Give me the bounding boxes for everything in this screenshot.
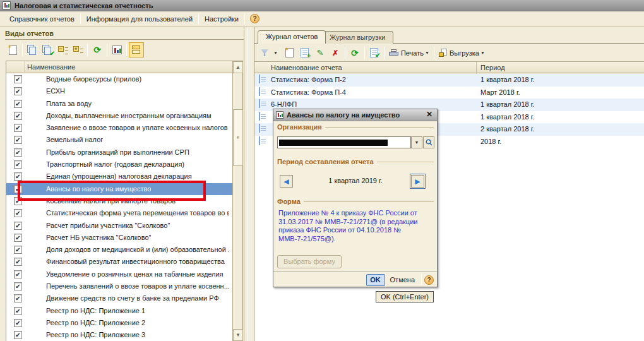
list-item[interactable]: ✔ Уведомление о розничных ценах на табач… <box>6 268 232 280</box>
magnifier-icon <box>426 139 432 146</box>
table-row[interactable]: Статистика: Форма П-2 1 квартал 2018 г. <box>254 74 644 87</box>
new-report-icon[interactable]: ✶ <box>282 45 297 61</box>
print-button[interactable]: Печать ▼ <box>386 48 432 58</box>
row-checkbox[interactable]: ✔ <box>14 294 22 302</box>
form-description-line: Приложение № 4 к приказу ФНС России от <box>278 209 434 218</box>
list-item[interactable]: ✔ Плата за воду <box>6 98 232 110</box>
select-form-button[interactable]: Выбрать форму <box>277 255 342 268</box>
panel-splitter-line <box>251 27 251 341</box>
report-type-name: Косвенные налоги при импорте товаров <box>46 197 176 205</box>
list-item[interactable]: ✔ Движение средств по счету в банке за п… <box>6 292 232 304</box>
report-period: 1 квартал 2018 г. <box>480 113 534 121</box>
new-document-icon[interactable]: ✶ <box>5 42 20 57</box>
previous-period-icon[interactable]: ◀ <box>280 175 293 188</box>
list-item[interactable]: ✔ Расчет НБ участника "Сколково" <box>6 232 232 244</box>
row-checkbox[interactable]: ✔ <box>14 197 22 205</box>
dialog-help-icon[interactable]: ? <box>424 275 434 285</box>
list-scrollbar[interactable]: ▲ ▼ <box>232 61 242 341</box>
list-item[interactable]: ✔ Транспортный налог (годовая декларация… <box>6 159 232 170</box>
copy-report-icon[interactable]: + <box>297 45 313 61</box>
row-checkbox[interactable]: ✔ <box>14 136 22 144</box>
filter-icon[interactable] <box>257 45 272 61</box>
row-checkbox[interactable]: ✔ <box>14 222 22 230</box>
list-item[interactable]: ✔ Авансы по налогу на имущество <box>6 183 232 195</box>
list-item[interactable]: ✔ Расчет прибыли участника "Сколково" <box>6 220 232 232</box>
next-period-icon[interactable]: ▶ <box>411 175 424 188</box>
filter-dropdown-icon[interactable]: ▼ <box>273 51 278 55</box>
organization-field[interactable] <box>277 136 411 148</box>
print-dropdown-icon: ▼ <box>425 51 429 55</box>
tab-report-journal[interactable]: Журнал отчетов <box>258 30 326 44</box>
edit-icon[interactable]: ✎ <box>313 45 328 61</box>
organization-search-icon[interactable] <box>423 136 434 148</box>
cancel-button[interactable]: Отмена <box>385 274 420 286</box>
refresh-icon[interactable]: ⟳ <box>90 42 105 57</box>
menu-report-directory[interactable]: Справочник отчетов <box>4 13 80 25</box>
scroll-down-icon[interactable]: ▼ <box>233 329 243 341</box>
row-checkbox[interactable]: ✔ <box>14 331 22 339</box>
row-checkbox[interactable]: ✔ <box>14 160 22 169</box>
row-checkbox[interactable]: ✔ <box>14 75 22 83</box>
mark-list-icon[interactable]: ✔ <box>40 42 55 57</box>
report-app-icon <box>3 1 11 9</box>
list-item[interactable]: ✔ Земельный налог <box>6 134 232 146</box>
menu-user-information[interactable]: Информация для пользователей <box>81 13 198 25</box>
list-item[interactable]: ✔ Доходы, выплаченные иностранным органи… <box>6 110 232 122</box>
list-item[interactable]: ✔ Реестр по НДС: Приложение 2 <box>6 317 232 329</box>
journal-table-header[interactable]: Наименование отчета Период <box>254 61 644 73</box>
list-item[interactable]: ✔ Статистическая форма учета перемещения… <box>6 207 232 219</box>
ok-button[interactable]: OK <box>366 274 385 286</box>
row-checkbox[interactable]: ✔ <box>14 270 22 278</box>
row-checkbox[interactable]: ✔ <box>14 112 22 120</box>
close-icon[interactable]: ✕ <box>424 111 434 119</box>
list-header[interactable]: Наименование <box>6 61 242 73</box>
form-description-line: приказа ФНС России от 04.10.2018 № <box>278 226 434 235</box>
check-report-icon[interactable]: ✔ <box>367 45 382 61</box>
row-checkbox[interactable]: ✔ <box>14 124 22 132</box>
report-name: Статистика: Форма П-2 <box>271 76 346 83</box>
scrollbar-thumb[interactable] <box>233 109 243 166</box>
list-item[interactable]: ✔ Единая (упрощенная) налоговая декларац… <box>6 170 232 182</box>
list-item[interactable]: ✔ ЕСХН <box>6 85 232 97</box>
column-period: Период <box>480 64 505 71</box>
organization-dropdown-icon[interactable]: ▼ <box>411 136 422 148</box>
tab-export-journal[interactable]: Журнал выгрузки <box>321 31 393 44</box>
show-groups-icon[interactable] <box>129 42 144 57</box>
menu-settings[interactable]: Настройки <box>199 13 244 25</box>
collapse-tree-icon[interactable]: − <box>55 42 70 57</box>
row-checkbox[interactable]: ✔ <box>14 148 22 157</box>
row-checkbox[interactable]: ✔ <box>14 307 22 315</box>
row-checkbox[interactable]: ✔ <box>14 258 22 266</box>
report-doc-icon <box>259 124 260 132</box>
list-item[interactable]: ✔ Водные биоресурсы (прилов) <box>6 73 232 85</box>
delete-icon[interactable]: ✗ <box>328 45 343 61</box>
refresh-icon[interactable]: ⟳ <box>347 45 362 61</box>
export-button[interactable]: Выгрузка ▼ <box>436 47 487 58</box>
row-checkbox[interactable]: ✔ <box>14 185 22 193</box>
row-checkbox[interactable]: ✔ <box>14 100 22 108</box>
row-checkbox[interactable]: ✔ <box>14 87 22 95</box>
copy-list-icon[interactable] <box>25 42 40 57</box>
table-row[interactable]: Статистика: Форма П-4 Март 2018 г. <box>254 87 644 99</box>
row-checkbox[interactable]: ✔ <box>14 172 22 181</box>
period-group-label: Период составления отчета <box>277 158 377 165</box>
row-checkbox[interactable]: ✔ <box>14 319 22 327</box>
panel-splitter[interactable] <box>244 27 244 341</box>
help-icon[interactable]: ? <box>250 14 259 23</box>
report-chart-icon[interactable] <box>109 42 124 57</box>
list-item[interactable]: ✔ Доля доходов от медицинской и (или) об… <box>6 244 232 256</box>
row-checkbox[interactable]: ✔ <box>14 209 22 217</box>
scroll-up-icon[interactable]: ▲ <box>233 61 243 73</box>
expand-tree-icon[interactable]: + <box>70 42 85 57</box>
row-checkbox[interactable]: ✔ <box>14 234 22 242</box>
list-item[interactable]: ✔ Косвенные налоги при импорте товаров <box>6 195 232 207</box>
list-item[interactable]: ✔ Заявление о ввозе товаров и уплате кос… <box>6 122 232 134</box>
list-item[interactable]: ✔ Перечень заявлений о ввозе товаров и у… <box>6 280 232 292</box>
report-period: 1 квартал 2018 г. <box>480 100 534 108</box>
row-checkbox[interactable]: ✔ <box>14 282 22 290</box>
list-item[interactable]: ✔ Реестр по НДС: Приложение 1 <box>6 305 232 317</box>
list-item[interactable]: ✔ Прибыль организаций при выполнении СРП <box>6 147 232 159</box>
row-checkbox[interactable]: ✔ <box>14 246 22 254</box>
list-item[interactable]: ✔ Реестр по НДС: Приложение 3 <box>6 329 232 341</box>
list-item[interactable]: ✔ Финансовый результат инвестиционного т… <box>6 256 232 268</box>
